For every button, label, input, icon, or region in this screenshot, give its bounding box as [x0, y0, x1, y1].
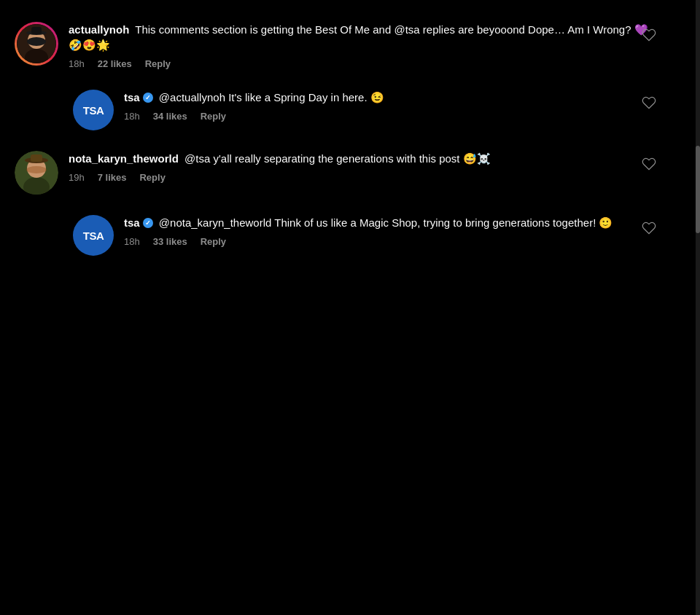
- reply-button[interactable]: Reply: [201, 236, 226, 247]
- comment-content: @actuallynoh It's like a Spring Day in h…: [159, 91, 384, 103]
- tsa-avatar: TSA: [73, 90, 114, 130]
- comment-content: This comments section is getting the Bes…: [69, 23, 648, 51]
- reply-button[interactable]: Reply: [201, 111, 226, 122]
- svg-rect-10: [31, 154, 42, 162]
- comment-text: actuallynoh This comments section is get…: [69, 22, 656, 52]
- username[interactable]: tsa: [124, 216, 140, 229]
- comment-body: nota_karyn_theworld @tsa y'all really se…: [69, 151, 656, 183]
- comment-item: nota_karyn_theworld @tsa y'all really se…: [15, 151, 656, 195]
- verified-badge: [143, 218, 153, 228]
- avatar-image: [17, 24, 56, 63]
- comment-time: 18h: [124, 111, 140, 122]
- comment-likes: 7 likes: [98, 172, 127, 183]
- reply-button[interactable]: Reply: [139, 172, 165, 183]
- like-button[interactable]: [642, 221, 656, 238]
- comment-text: tsa @nota_karyn_theworld Think of us lik…: [124, 215, 656, 230]
- verified-badge: [143, 93, 153, 103]
- comment-item-reply: TSA tsa @actuallynoh It's like a Spring …: [73, 90, 656, 130]
- comment-text: tsa @actuallynoh It's like a Spring Day …: [124, 90, 656, 105]
- tsa-avatar: TSA: [73, 215, 114, 256]
- heart-icon: [642, 157, 656, 171]
- comment-likes: 22 likes: [98, 58, 132, 69]
- reply-button[interactable]: Reply: [145, 58, 171, 69]
- comment-meta: 18h 34 likes Reply: [124, 111, 656, 122]
- heart-icon: [642, 95, 656, 110]
- avatar-wrapper: [15, 151, 58, 195]
- comment-item: actuallynoh This comments section is get…: [15, 22, 656, 69]
- comment-time: 18h: [124, 236, 140, 247]
- like-button[interactable]: [642, 95, 656, 113]
- like-button[interactable]: [642, 28, 656, 45]
- username[interactable]: nota_karyn_theworld: [69, 152, 179, 165]
- comment-text: nota_karyn_theworld @tsa y'all really se…: [69, 151, 656, 166]
- comments-container: actuallynoh This comments section is get…: [0, 15, 671, 283]
- comment-meta: 18h 22 likes Reply: [69, 58, 656, 69]
- avatar-ring: [15, 22, 58, 66]
- comment-item-reply: TSA tsa @nota_karyn_theworld Think of us…: [73, 215, 656, 256]
- comment-time: 19h: [69, 172, 85, 183]
- svg-point-11: [26, 166, 47, 173]
- comment-time: 18h: [69, 58, 85, 69]
- scrollbar[interactable]: [696, 0, 700, 615]
- comment-likes: 33 likes: [153, 236, 187, 247]
- username[interactable]: tsa: [124, 91, 140, 103]
- comment-content: @tsa y'all really separating the generat…: [184, 152, 491, 165]
- svg-point-5: [27, 37, 46, 46]
- avatar-image: [15, 151, 58, 195]
- comment-body: actuallynoh This comments section is get…: [69, 22, 656, 69]
- heart-icon: [642, 28, 656, 42]
- comment-meta: 18h 33 likes Reply: [124, 236, 656, 247]
- tsa-avatar-wrapper: TSA: [73, 215, 114, 256]
- avatar-inner: [17, 24, 56, 63]
- comment-likes: 34 likes: [153, 111, 187, 122]
- scrollbar-thumb[interactable]: [696, 146, 700, 233]
- comment-body: tsa @actuallynoh It's like a Spring Day …: [124, 90, 656, 122]
- tsa-avatar-wrapper: TSA: [73, 90, 114, 130]
- username[interactable]: actuallynoh: [69, 23, 129, 36]
- comment-meta: 19h 7 likes Reply: [69, 172, 656, 183]
- comment-content: @nota_karyn_theworld Think of us like a …: [159, 216, 613, 229]
- like-button[interactable]: [642, 157, 656, 174]
- svg-rect-4: [31, 27, 42, 34]
- heart-icon: [642, 221, 656, 235]
- comment-body: tsa @nota_karyn_theworld Think of us lik…: [124, 215, 656, 247]
